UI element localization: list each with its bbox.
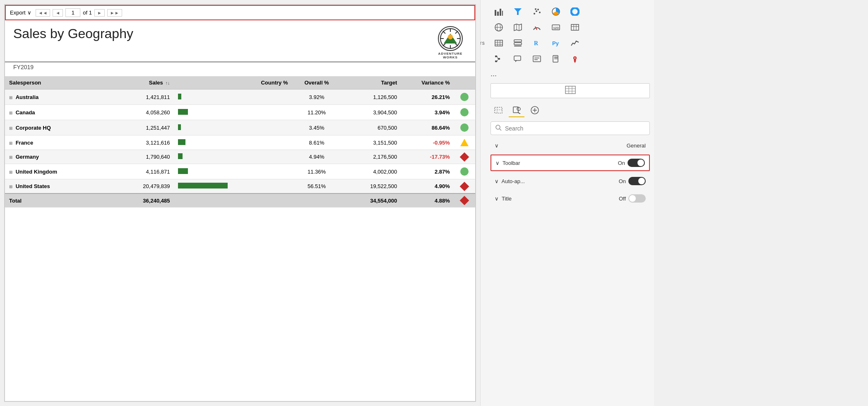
- matrix-icon-btn[interactable]: [491, 36, 507, 51]
- toolbar-chevron-icon: ∨: [495, 160, 500, 166]
- cell-overall-pct: 3.92%: [296, 89, 338, 105]
- search-box[interactable]: [491, 121, 650, 135]
- cell-overall-pct: 4.94%: [296, 150, 338, 164]
- search-input[interactable]: [505, 125, 645, 132]
- qa-icon-btn[interactable]: [510, 51, 526, 66]
- last-page-button[interactable]: ►►: [107, 9, 122, 17]
- general-row[interactable]: ∨ General: [491, 139, 650, 152]
- cell-salesperson: ⊞ Corporate HQ: [5, 120, 100, 135]
- expand-icon[interactable]: ⊞: [9, 126, 12, 130]
- cell-country-pct: [253, 105, 296, 120]
- right-panel: Filters 123: [480, 0, 654, 406]
- number-card-icon-btn[interactable]: 123: [548, 20, 564, 35]
- line-chart-icon-btn[interactable]: [567, 36, 583, 51]
- toolbar-toggle[interactable]: [628, 159, 645, 167]
- smart-narrative-icon-btn[interactable]: [529, 51, 545, 66]
- table-format-icon: [565, 85, 576, 97]
- svg-rect-62: [565, 86, 575, 94]
- table-total-row: Total 36,240,485 34,554,000 4.88%: [5, 193, 475, 208]
- cell-indicator: [454, 150, 475, 164]
- auto-ap-row[interactable]: ∨ Auto-ap... On: [491, 174, 650, 188]
- multi-row-card-icon-btn[interactable]: [510, 36, 526, 51]
- gauge-icon-btn[interactable]: [529, 20, 545, 35]
- pie-chart-icon-btn[interactable]: [548, 4, 564, 19]
- col-header-sales[interactable]: Sales ↑↓: [100, 76, 174, 89]
- svg-point-19: [539, 12, 541, 13]
- svg-line-8: [443, 44, 445, 46]
- paginated-report-icon-btn[interactable]: [548, 51, 564, 66]
- prev-page-button[interactable]: ◄: [53, 9, 63, 17]
- cell-country-pct: [253, 164, 296, 179]
- cell-indicator: [454, 105, 475, 120]
- svg-rect-49: [495, 60, 497, 62]
- cell-target: 3,904,500: [338, 105, 401, 120]
- python-visual-icon-btn[interactable]: Py: [548, 36, 564, 51]
- col-header-salesperson[interactable]: Salesperson: [5, 76, 100, 89]
- expand-icon[interactable]: ⊞: [9, 170, 12, 174]
- title-toggle-group: Off: [619, 194, 646, 203]
- title-toggle-thumb: [629, 195, 636, 202]
- cell-total-sales: 36,240,485: [100, 193, 174, 208]
- col-header-country-pct[interactable]: Country %: [253, 76, 296, 89]
- table-row: ⊞ Germany 1,790,640 4.94% 2,176,500 -17.…: [5, 150, 475, 164]
- table-icon-btn[interactable]: [567, 20, 583, 35]
- cell-variance: -0.95%: [401, 135, 454, 150]
- svg-point-71: [517, 107, 520, 111]
- decomposition-icon-btn[interactable]: [491, 51, 507, 66]
- bar-chart-icon-btn[interactable]: [491, 4, 507, 19]
- scatter-icon-btn[interactable]: [529, 4, 545, 19]
- cell-variance: 4.90%: [401, 179, 454, 194]
- cell-bar: [174, 150, 253, 164]
- svg-marker-15: [514, 8, 522, 15]
- title-row[interactable]: ∨ Title Off: [491, 191, 650, 206]
- next-page-button[interactable]: ►: [94, 9, 105, 17]
- viz-subtoolbar: [481, 101, 654, 119]
- expand-icon[interactable]: ⊞: [9, 184, 12, 189]
- toolbar-toggle-label: On: [618, 160, 625, 166]
- fields-tab[interactable]: [491, 103, 506, 117]
- svg-rect-33: [571, 24, 579, 30]
- svg-rect-54: [533, 56, 541, 62]
- general-chevron-icon: ∨: [495, 143, 499, 149]
- adventure-works-logo-svg: [440, 28, 461, 49]
- format-panel[interactable]: [491, 83, 650, 98]
- page-number-input[interactable]: 1: [65, 8, 80, 17]
- map-marker-icon-btn[interactable]: [567, 51, 583, 66]
- title-toggle[interactable]: [628, 194, 646, 203]
- col-header-bar: [174, 76, 253, 89]
- expand-icon[interactable]: ⊞: [9, 111, 12, 115]
- table-row: ⊞ United Kingdom 4,116,871 11.36% 4,002,…: [5, 164, 475, 179]
- sort-icon: ↑↓: [165, 80, 170, 85]
- export-label: Export: [10, 10, 26, 16]
- auto-ap-section: ∨ Auto-ap... On: [491, 174, 650, 188]
- toolbar-section: ∨ Toolbar On: [491, 155, 650, 171]
- map-icon-btn[interactable]: [510, 20, 526, 35]
- svg-line-6: [455, 44, 458, 46]
- col-header-variance[interactable]: Variance %: [401, 76, 454, 89]
- funnel-icon-btn[interactable]: [510, 4, 526, 19]
- analytics-tab[interactable]: [527, 103, 543, 117]
- title-row-label: Title: [500, 196, 512, 202]
- first-page-button[interactable]: ◄◄: [36, 9, 50, 17]
- expand-icon[interactable]: ⊞: [9, 141, 12, 145]
- toolbar-row[interactable]: ∨ Toolbar On: [491, 155, 650, 171]
- format-tab[interactable]: [509, 103, 524, 117]
- svg-rect-12: [497, 12, 499, 16]
- export-button[interactable]: Export ∨: [10, 10, 31, 16]
- col-header-target[interactable]: Target: [338, 76, 401, 89]
- more-icons-dots[interactable]: ...: [481, 69, 654, 81]
- auto-ap-toggle-label: On: [619, 178, 626, 184]
- r-visual-icon-btn[interactable]: R: [529, 36, 545, 51]
- expand-icon[interactable]: ⊞: [9, 95, 12, 100]
- col-header-overall-pct[interactable]: Overall %: [296, 76, 338, 89]
- donut-icon-btn[interactable]: [567, 4, 583, 19]
- globe-icon-btn[interactable]: [491, 20, 507, 35]
- auto-ap-toggle[interactable]: [628, 177, 646, 185]
- toolbar-row-label: Toolbar: [501, 160, 520, 166]
- svg-line-5: [443, 31, 445, 34]
- cell-bar: [174, 179, 253, 194]
- page-total-label: of 1: [83, 10, 92, 16]
- expand-icon[interactable]: ⊞: [9, 155, 12, 160]
- cell-indicator: [454, 135, 475, 150]
- export-chevron-icon: ∨: [27, 10, 31, 16]
